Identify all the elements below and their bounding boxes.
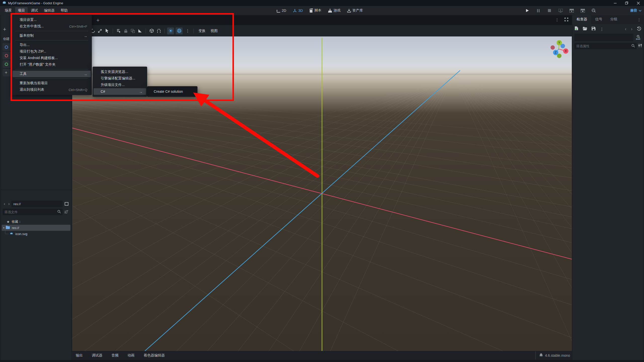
favorites-row: ★ 收藏： <box>1 219 71 225</box>
play-custom-scene-button[interactable] <box>579 7 586 14</box>
grid-line <box>72 76 453 351</box>
workspace-label: 2D <box>282 9 286 13</box>
workspace-label: 资产库 <box>352 8 363 13</box>
fs-root-label: res:// <box>12 226 19 230</box>
grid-line <box>72 76 453 351</box>
renderer-selector[interactable]: 兼容 <box>630 6 641 15</box>
bottom-tab-输出[interactable]: 输出 <box>72 352 86 359</box>
workspace-脚本[interactable]: 脚本 <box>308 7 323 14</box>
close-button[interactable] <box>632 0 644 6</box>
version-label[interactable]: 4.6.stable.mono <box>545 353 570 357</box>
bottom-tab-着色器编辑器[interactable]: 着色器编辑器 <box>140 352 168 359</box>
history-forward-icon[interactable]: › <box>631 26 632 32</box>
bottom-tab-调试器[interactable]: 调试器 <box>88 352 106 359</box>
stop-button[interactable] <box>546 7 553 14</box>
workspace-label: 3D <box>298 9 303 13</box>
grid-line <box>72 76 453 351</box>
assetlib-icon <box>347 9 351 13</box>
inspector-dock-menu-icon[interactable]: ⋮ <box>637 18 641 22</box>
grid-line <box>72 76 453 351</box>
fs-path-input[interactable] <box>11 201 63 207</box>
object-name-field[interactable] <box>574 34 633 41</box>
game-icon <box>328 9 332 13</box>
godot-file-icon <box>10 232 13 236</box>
property-filter-input[interactable] <box>574 43 637 49</box>
fs-split-view-icon[interactable] <box>63 201 70 207</box>
plus-icon: + <box>5 70 8 75</box>
filesystem-body: ‹ › ★ 收藏： ▾ res:// <box>1 199 71 237</box>
workspace-游戏[interactable]: 游戏 <box>327 7 342 14</box>
resource-extra-menu-icon[interactable]: ⋮ <box>600 27 604 31</box>
titlebar: MyGFrameworkGame - Godot Engine <box>0 0 644 6</box>
inspector-dock-tabs: 检查器信号分组 ⋮ <box>573 15 644 24</box>
play-button[interactable] <box>524 7 531 14</box>
view-gizmo[interactable]: YXZ <box>551 40 569 58</box>
svg-text:Z: Z <box>555 51 556 54</box>
svg-text:Y: Y <box>558 41 560 44</box>
notification-bell-icon[interactable] <box>539 353 543 358</box>
script-icon <box>309 9 313 13</box>
history-back-icon[interactable]: ‹ <box>625 26 626 32</box>
star-icon: ★ <box>7 220 10 224</box>
restore-button[interactable] <box>621 0 632 6</box>
filesystem-tree: ★ 收藏： ▾ res:// icon.svg <box>1 219 71 237</box>
workspace-label: 脚本 <box>314 8 321 13</box>
grid-line <box>72 76 453 351</box>
create-root-label: 创建 <box>3 37 10 41</box>
ui-scene-icon <box>5 63 8 66</box>
annotation-rectangle <box>11 13 234 101</box>
workspace-2d-icon <box>276 9 280 13</box>
workspace-3D[interactable]: 3D <box>291 8 304 14</box>
playtest-bar <box>524 6 597 15</box>
scene-tabs-menu-icon[interactable]: ⋮ <box>555 18 559 22</box>
grid-line <box>453 76 572 341</box>
bottom-tab-动画[interactable]: 动画 <box>124 352 138 359</box>
godot-logo-icon <box>2 1 6 6</box>
fs-filter-input[interactable] <box>3 209 63 215</box>
window-title: MyGFrameworkGame - Godot Engine <box>8 1 63 5</box>
chevron-down-icon <box>639 10 641 12</box>
object-history-icon[interactable] <box>637 27 641 32</box>
movie-maker-button[interactable] <box>590 7 597 14</box>
doc-label: DOC <box>636 38 640 40</box>
tab-信号[interactable]: 信号 <box>591 15 606 24</box>
save-icon[interactable] <box>592 27 595 31</box>
3d-scene-icon <box>5 54 8 57</box>
play-remote-button[interactable] <box>557 7 564 14</box>
window-bottom-edge <box>0 360 644 362</box>
2d-scene-icon <box>5 46 8 49</box>
fs-file-row[interactable]: icon.svg <box>1 231 71 237</box>
fs-forward-icon[interactable]: › <box>7 201 11 206</box>
minimize-button[interactable] <box>609 0 621 6</box>
fs-file-label: icon.svg <box>15 232 27 236</box>
search-icon <box>631 44 635 49</box>
fs-back-icon[interactable]: ‹ <box>3 201 7 206</box>
tab-检查器[interactable]: 检查器 <box>573 15 591 24</box>
favorites-label: 收藏： <box>12 219 22 224</box>
fs-root-row[interactable]: ▾ res:// <box>2 225 70 231</box>
fs-sort-icon[interactable] <box>63 209 70 215</box>
tab-分组[interactable]: 分组 <box>606 15 621 24</box>
doc-search-button[interactable]: DOC <box>634 34 642 41</box>
new-resource-icon[interactable] <box>575 26 578 32</box>
load-resource-icon[interactable] <box>583 27 587 31</box>
workspace-3d-icon <box>293 9 297 13</box>
workspace-label: 游戏 <box>334 8 341 13</box>
svg-text:X: X <box>565 49 567 53</box>
renderer-label: 兼容 <box>630 8 637 13</box>
workspace-switcher: 2D3D脚本游戏资产库 <box>275 6 365 15</box>
inspector-dock: ⋮ ‹ › DOC <box>573 24 643 360</box>
play-scene-button[interactable] <box>568 7 575 14</box>
workspace-资产库[interactable]: 资产库 <box>346 7 365 14</box>
grid-line <box>72 76 453 351</box>
bottom-tab-音频[interactable]: 音频 <box>108 352 122 359</box>
add-node-icon[interactable]: + <box>3 27 6 32</box>
search-icon <box>57 210 61 214</box>
distraction-free-icon[interactable] <box>565 18 568 22</box>
pause-button[interactable] <box>535 7 542 14</box>
property-tools-icon[interactable] <box>638 43 642 49</box>
workspace-2D[interactable]: 2D <box>275 8 288 14</box>
godot-editor-window: MyGFrameworkGame - Godot Engine 场景项目调试编辑… <box>0 0 644 362</box>
grid-line <box>72 76 453 338</box>
version-area: 4.6.stable.mono <box>535 351 570 359</box>
